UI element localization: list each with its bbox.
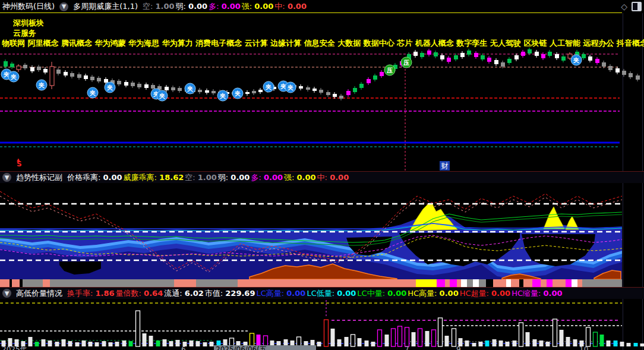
volume-bar [102,341,106,346]
volume-bar [136,311,140,346]
candle-body [548,52,552,56]
candle-body [84,75,88,79]
volume-bar [634,343,638,346]
candle-body [447,58,451,62]
volume-chart[interactable]: 2025年62025/06/06(五7910 [0,299,644,350]
status-ribbon-segment [493,279,506,287]
status-ribbon-segment [486,279,493,287]
volume-bar [48,340,52,346]
jia-signal-text: 夹 [38,82,45,89]
tag-industry[interactable]: 云服务 [13,28,36,39]
candle-body [535,52,539,56]
jia-signal-text: 夹 [89,90,96,96]
field-LC高量: LC高量: 0.00 [256,288,305,299]
status-ribbon-segment [582,279,622,287]
candle-body [588,56,592,61]
field-空: 空: 1.00 [143,1,175,12]
field-多: 多: 0.00 [251,172,283,183]
candle-body [561,56,566,61]
status-ribbon-segment [23,279,43,287]
volume-bar [331,329,335,346]
status-ribbon-segment [566,279,572,287]
candle-body [70,73,74,77]
candle-body [608,66,613,70]
chevron-down-icon[interactable]: ▼ [2,289,11,298]
status-ribbon-segment [506,279,511,287]
candle-body [514,55,519,59]
trend-indicator-chart[interactable] [0,183,644,287]
status-ribbon-segment [457,279,461,287]
indicator-name: 多周期威廉主(1,1) [73,1,138,12]
tag-concepts[interactable]: 物联网 阿里概念 腾讯概念 华为鸿蒙 华为海思 华为算力 消费电子概念 云计算 … [2,38,644,49]
volume-bar [95,342,99,346]
trend-panel-header: ▼ 趋势性标记副 价格乖离: 0.00威廉乖离: 18.62空: 1.00弱: … [0,171,644,183]
axis-label: 2025/06/06(五 [216,345,267,350]
trading-app-window: 神州数码(日线) ▼ 多周期威廉主(1,1) 空: 1.00弱: 0.00多: … [0,0,644,350]
status-ribbon-segment [450,279,457,287]
candle-body [23,65,27,68]
status-ribbon-segment [577,279,582,287]
volume-bar [378,330,382,346]
volume-bar [196,341,200,346]
volume-bar [324,320,329,346]
candle-body [494,60,498,64]
axis-label: 9 [456,345,461,350]
candle-body [367,79,371,83]
candle-body [528,49,532,53]
status-ribbon-segment [523,279,532,287]
field-强: 强: 0.00 [284,172,316,183]
volume-bar [607,340,611,346]
jia-signal-text: 夹 [265,84,272,90]
volume-bar [257,335,261,346]
status-ribbon-segment [467,279,473,287]
volume-bar [485,340,490,346]
volume-bar [149,336,153,346]
status-ribbon-segment [541,279,547,287]
ya-signal-text: 压 [386,67,393,74]
volume-bar [351,335,355,346]
candle-body [474,53,478,57]
jia-signal-text: 夹 [187,86,194,92]
candle-body [373,75,377,80]
volume-panel-title: 高低价量情况 [16,288,62,299]
volume-bar [55,342,59,346]
volume-bar [614,340,618,346]
volume-bar [493,339,497,346]
candle-body [198,90,202,92]
candle-body [43,69,48,72]
status-ribbon-segment [12,279,20,287]
axis-label: 10 [579,345,588,350]
indicator-line-blue [0,223,622,229]
candle-body [124,82,128,86]
volume-bar [566,337,570,346]
candle-body [487,58,491,62]
tag-sector[interactable]: 深圳板块 [13,18,44,29]
candle-body [440,55,444,59]
status-ribbon-segment [553,279,566,287]
candle-body [171,87,175,90]
candle-body [64,72,68,75]
cai-badge-text: 财 [441,162,449,170]
candle-body [77,74,81,78]
volume-bar [42,339,46,346]
sell-signal-arrow-icon: ▲ [17,157,20,162]
split-layout-icon[interactable] [632,2,642,11]
candle-body [636,75,640,80]
main-candlestick-chart[interactable]: 夹夹夹夹夹夹夹夹夹夹夹夹夹夹压压S▲财 [0,13,644,171]
diamond-icon[interactable]: ◇ [621,2,627,11]
candle-body [582,54,586,58]
status-ribbon-segment [174,279,196,287]
volume-bar [115,342,119,346]
volume-bar [89,342,93,346]
field-中: 中: 0.00 [274,1,307,12]
candle-body [413,52,418,56]
volume-bar [371,342,375,346]
status-ribbon-segment [519,279,523,287]
chevron-down-icon[interactable]: ▼ [2,173,11,182]
candle-body [10,64,14,67]
volume-bar [499,340,503,346]
candle-body [326,92,330,95]
jia-signal-text: 夹 [159,93,166,99]
candle-body [333,94,337,97]
chevron-down-icon[interactable]: ▼ [59,2,68,11]
